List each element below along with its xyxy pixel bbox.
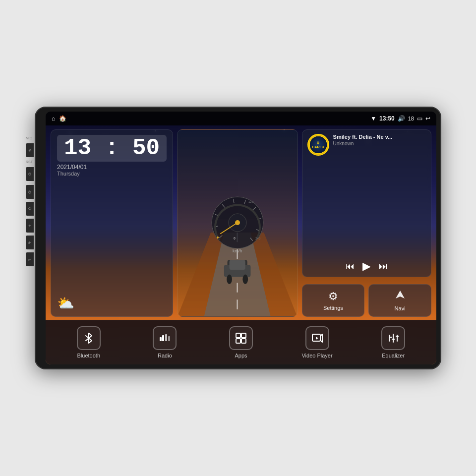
- settings-navi-row: ⚙ Settings Navi: [302, 284, 431, 317]
- svg-marker-35: [396, 291, 405, 298]
- equalizer-icon-box: [381, 326, 405, 350]
- clock-date: 2021/04/01: [57, 164, 167, 171]
- video-button[interactable]: Video Player: [279, 326, 356, 358]
- status-time: 13:50: [379, 115, 395, 122]
- volume-level: 18: [408, 116, 414, 121]
- apps-label: Apps: [235, 353, 247, 358]
- bottom-bar: Bluetooth Radio: [46, 320, 436, 364]
- navi-label: Navi: [395, 305, 406, 311]
- svg-marker-46: [316, 337, 318, 340]
- back-icon[interactable]: ↩: [425, 115, 430, 122]
- speedometer-widget: 0 120 240 0 km/h: [177, 129, 298, 317]
- bluetooth-icon: [83, 332, 95, 344]
- weather-icon: ⛅: [57, 295, 167, 311]
- vol-down-button[interactable]: 4-: [26, 252, 34, 266]
- music-controls: ⏮ ▶ ⏭: [307, 260, 426, 273]
- video-icon-box: [305, 326, 329, 350]
- video-label: Video Player: [301, 353, 332, 358]
- svg-rect-40: [236, 333, 240, 338]
- home-side-button[interactable]: [26, 202, 34, 216]
- clock-time: 13 : 50: [57, 135, 167, 162]
- bluetooth-icon-box: [77, 326, 101, 350]
- svg-text:4-: 4-: [28, 259, 30, 261]
- rst-button[interactable]: [26, 167, 34, 181]
- status-bar: ⌂ 🏠 ▼ 13:50 🔊 18 ▭ ↩: [46, 112, 436, 125]
- radio-icon: [159, 332, 171, 344]
- clock-day: Thursday: [57, 171, 167, 177]
- mic-button[interactable]: [26, 143, 34, 157]
- battery-icon: ▭: [417, 115, 422, 122]
- main-screen: ⌂ 🏠 ▼ 13:50 🔊 18 ▭ ↩: [46, 112, 436, 364]
- volume-icon: 🔊: [398, 115, 405, 122]
- next-button[interactable]: ⏭: [379, 261, 388, 272]
- status-left: ⌂ 🏠: [52, 115, 66, 122]
- svg-rect-34: [230, 260, 245, 269]
- svg-point-22: [235, 220, 240, 225]
- svg-marker-45: [320, 334, 322, 342]
- svg-rect-38: [165, 334, 167, 341]
- prev-button[interactable]: ⏮: [346, 261, 355, 272]
- music-top: ♛ CARFU Smiley ft. Delia - Ne v... Unkno…: [307, 134, 426, 156]
- bluetooth-label: Bluetooth: [77, 353, 100, 358]
- settings-label: Settings: [323, 305, 343, 311]
- music-info: Smiley ft. Delia - Ne v... Unknown: [333, 134, 426, 146]
- music-title: Smiley ft. Delia - Ne v...: [333, 134, 426, 140]
- apps-icon: [235, 332, 247, 344]
- side-buttons: MIC RST 4+ 4-: [26, 136, 34, 266]
- music-artist: Unknown: [333, 141, 426, 146]
- apps-icon-box: [229, 326, 253, 350]
- power-button[interactable]: [26, 185, 34, 199]
- navi-icon: [395, 290, 406, 303]
- widgets-row: 13 : 50 2021/04/01 Thursday ⛅: [46, 125, 436, 320]
- speed-unit: km/h: [233, 248, 242, 253]
- rst-label: RST: [26, 160, 34, 164]
- radio-label: Radio: [158, 353, 172, 358]
- settings-icon: ⚙: [328, 290, 338, 303]
- svg-text:4+: 4+: [28, 242, 30, 244]
- speedometer-svg: 0 120 240 0: [208, 193, 267, 252]
- svg-rect-41: [241, 333, 246, 338]
- equalizer-label: Equalizer: [382, 353, 405, 358]
- bluetooth-button[interactable]: Bluetooth: [51, 326, 127, 358]
- settings-button[interactable]: ⚙ Settings: [302, 284, 365, 317]
- back-side-button[interactable]: [26, 219, 34, 233]
- vol-up-button[interactable]: 4+: [26, 236, 34, 249]
- play-button[interactable]: ▶: [362, 260, 371, 273]
- svg-text:0: 0: [234, 237, 236, 240]
- status-right: ▼ 13:50 🔊 18 ▭ ↩: [370, 115, 430, 122]
- home-icon[interactable]: ⌂: [52, 115, 55, 122]
- radio-icon-box: [153, 326, 177, 350]
- logo-text: CARFU: [312, 145, 324, 149]
- svg-rect-36: [160, 337, 162, 341]
- svg-rect-42: [236, 339, 240, 343]
- music-logo: ♛ CARFU: [307, 134, 329, 156]
- music-widget: ♛ CARFU Smiley ft. Delia - Ne v... Unkno…: [302, 129, 431, 277]
- svg-rect-43: [241, 339, 246, 343]
- video-icon: [311, 332, 323, 344]
- radio-button[interactable]: Radio: [127, 326, 203, 358]
- svg-point-33: [243, 274, 248, 284]
- equalizer-icon: [387, 332, 399, 344]
- mic-label: MIC: [26, 136, 34, 140]
- svg-point-0: [29, 149, 30, 151]
- house-icon[interactable]: 🏠: [59, 115, 66, 122]
- svg-text:240: 240: [255, 237, 261, 240]
- svg-text:120: 120: [248, 200, 254, 203]
- main-content: 13 : 50 2021/04/01 Thursday ⛅: [46, 125, 436, 364]
- equalizer-button[interactable]: Equalizer: [355, 326, 431, 358]
- svg-point-32: [227, 274, 232, 284]
- right-col: ♛ CARFU Smiley ft. Delia - Ne v... Unkno…: [302, 129, 431, 317]
- car-stereo-device: MIC RST 4+ 4- ⌂ 🏠: [35, 107, 441, 369]
- wifi-icon: ▼: [370, 115, 376, 122]
- clock-widget: 13 : 50 2021/04/01 Thursday ⛅: [51, 129, 173, 317]
- navi-button[interactable]: Navi: [368, 284, 431, 317]
- apps-button[interactable]: Apps: [203, 326, 279, 358]
- svg-rect-39: [168, 336, 170, 341]
- svg-rect-37: [162, 335, 164, 341]
